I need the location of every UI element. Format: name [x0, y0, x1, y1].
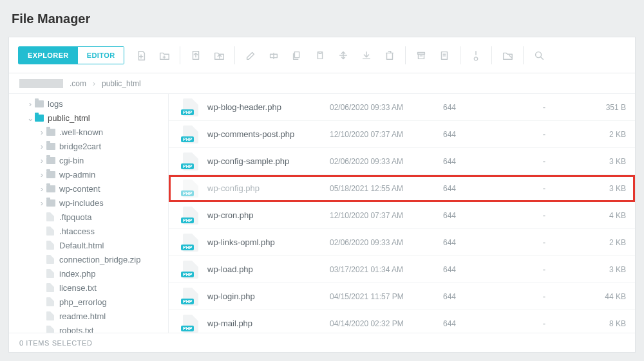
file-row[interactable]: PHP wp-comments-post.php 12/10/2020 07:3…: [169, 121, 635, 148]
page-title: File Manager: [0, 0, 644, 30]
chevron-right-icon[interactable]: ›: [37, 156, 46, 165]
download-icon[interactable]: [356, 45, 377, 66]
file-name: wp-mail.php: [207, 319, 330, 328]
tree-file[interactable]: index.php: [9, 266, 168, 281]
chevron-right-icon[interactable]: ›: [37, 127, 46, 137]
file-row[interactable]: PHP wp-mail.php 04/14/2020 02:32 PM 644 …: [169, 310, 635, 333]
tree-file[interactable]: .ftpquota: [9, 210, 168, 224]
file-icon: [46, 297, 54, 306]
tree-folder[interactable]: ›logs: [9, 97, 168, 111]
file-icon: [46, 311, 54, 320]
tree-file[interactable]: readme.html: [9, 309, 168, 323]
tree-label: license.txt: [58, 283, 97, 293]
file-icon: [46, 326, 54, 333]
file-row[interactable]: PHP wp-config.php 05/18/2021 12:55 AM 64…: [169, 175, 635, 202]
file-icon: [46, 212, 54, 221]
rename-icon[interactable]: [263, 45, 284, 66]
tree-file[interactable]: .htaccess: [9, 224, 168, 238]
folder-icon: [46, 157, 55, 164]
file-row[interactable]: PHP wp-login.php 04/15/2021 11:57 PM 644…: [169, 283, 635, 310]
archive-icon[interactable]: [411, 45, 431, 66]
upload-icon[interactable]: [185, 45, 206, 66]
edit-icon[interactable]: [240, 45, 261, 66]
breadcrumb-folder[interactable]: public_html: [102, 79, 141, 88]
file-icon: [46, 283, 54, 292]
upload-folder-icon[interactable]: [209, 45, 229, 66]
tree-file[interactable]: connection_bridge.zip: [9, 252, 168, 266]
file-list[interactable]: PHP wp-blog-header.php 02/06/2020 09:33 …: [169, 94, 635, 333]
tree-folder[interactable]: ›wp-includes: [9, 196, 168, 210]
tree-file[interactable]: php_errorlog: [9, 295, 168, 309]
tree-folder[interactable]: ›wp-content: [9, 181, 168, 196]
file-size: 3 KB: [581, 157, 626, 166]
file-owner: -: [507, 292, 581, 301]
file-row[interactable]: PHP wp-blog-header.php 02/06/2020 09:33 …: [169, 94, 635, 121]
file-permissions: 644: [443, 184, 507, 193]
tree-folder[interactable]: ›cgi-bin: [9, 153, 168, 167]
tree-file[interactable]: Default.html: [9, 238, 168, 252]
view-icon[interactable]: [497, 45, 518, 66]
folder-icon: [46, 129, 55, 136]
delete-icon[interactable]: [379, 45, 400, 66]
tree-folder[interactable]: ›wp-admin: [9, 167, 168, 181]
search-icon[interactable]: [529, 45, 549, 66]
tree-label: .well-known: [58, 127, 103, 137]
file-size: 4 KB: [581, 211, 626, 220]
copy-icon[interactable]: [287, 45, 307, 66]
file-permissions: 644: [443, 238, 507, 247]
file-row[interactable]: PHP wp-config-sample.php 02/06/2020 09:3…: [169, 148, 635, 175]
file-type-icon: PHP: [183, 261, 198, 279]
file-icon: [46, 269, 54, 278]
domain-redacted: [19, 79, 63, 88]
tree-label: index.php: [58, 269, 95, 279]
tree-folder[interactable]: ›.well-known: [9, 125, 168, 139]
tree-file[interactable]: robots.txt: [9, 323, 168, 333]
file-name: wp-cron.php: [207, 210, 330, 220]
extract-icon[interactable]: [434, 45, 455, 66]
folder-icon: [46, 199, 55, 207]
file-row[interactable]: PHP wp-links-opml.php 02/06/2020 09:33 A…: [169, 229, 635, 256]
file-row[interactable]: PHP wp-cron.php 12/10/2020 07:37 AM 644 …: [169, 202, 635, 229]
toolbar-separator: [234, 46, 235, 64]
chevron-right-icon: ›: [93, 79, 95, 88]
tree-label: wp-admin: [58, 170, 95, 180]
file-permissions: 644: [443, 130, 507, 139]
tree-file[interactable]: license.txt: [9, 281, 168, 295]
file-name: wp-config.php: [207, 183, 330, 193]
file-manager-panel: EXPLORER EDITOR .com › public_html ›logs…: [9, 37, 635, 352]
file-permissions: 644: [443, 292, 507, 301]
chevron-right-icon[interactable]: ›: [37, 184, 46, 194]
file-ext-badge: PHP: [181, 245, 194, 250]
tree-folder[interactable]: ⌄public_html: [9, 111, 168, 125]
tree-label: wp-content: [58, 184, 100, 194]
chevron-right-icon[interactable]: ›: [37, 170, 46, 180]
tab-explorer[interactable]: EXPLORER: [19, 47, 78, 64]
tab-editor[interactable]: EDITOR: [78, 47, 124, 64]
file-size: 2 KB: [581, 130, 626, 139]
tree-sidebar[interactable]: ›logs⌄public_html›.well-known›bridge2car…: [9, 94, 169, 333]
permissions-icon[interactable]: [466, 45, 486, 66]
file-permissions: 644: [443, 319, 507, 328]
file-type-icon: PHP: [183, 207, 198, 225]
file-ext-badge: PHP: [181, 272, 194, 277]
file-type-icon: PHP: [183, 125, 198, 143]
file-ext-badge: PHP: [181, 326, 194, 331]
chevron-right-icon[interactable]: ›: [37, 198, 46, 208]
chevron-right-icon[interactable]: ›: [37, 142, 46, 151]
chevron-right-icon[interactable]: ›: [26, 99, 35, 109]
tree-folder[interactable]: ›bridge2cart: [9, 139, 168, 153]
tree-label: .ftpquota: [58, 212, 92, 222]
chevron-down-icon[interactable]: ⌄: [26, 113, 35, 123]
new-folder-icon[interactable]: [154, 45, 175, 66]
move-icon[interactable]: [333, 45, 354, 66]
file-owner: -: [507, 156, 581, 166]
new-file-icon[interactable]: [131, 45, 151, 66]
folder-icon: [46, 171, 55, 178]
file-date: 05/18/2021 12:55 AM: [330, 184, 443, 193]
paste-icon[interactable]: [310, 45, 330, 66]
file-row[interactable]: PHP wp-load.php 03/17/2021 01:34 AM 644 …: [169, 256, 635, 283]
tree-label: .htaccess: [58, 227, 95, 236]
file-name: wp-load.php: [207, 264, 330, 274]
mode-toggle: EXPLORER EDITOR: [18, 46, 124, 64]
file-size: 3 KB: [581, 265, 626, 274]
